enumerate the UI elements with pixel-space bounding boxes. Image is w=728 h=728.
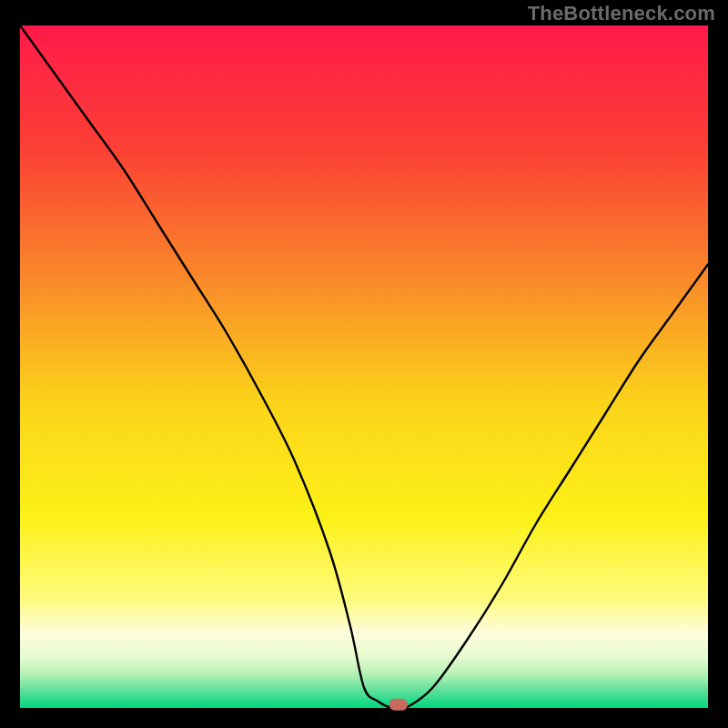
watermark-text: TheBottleneck.com — [528, 2, 715, 25]
bottleneck-chart — [0, 0, 728, 728]
chart-frame: { "watermark": "TheBottleneck.com", "cha… — [0, 0, 728, 728]
optimal-point-marker — [389, 699, 408, 711]
plot-background — [20, 25, 708, 708]
